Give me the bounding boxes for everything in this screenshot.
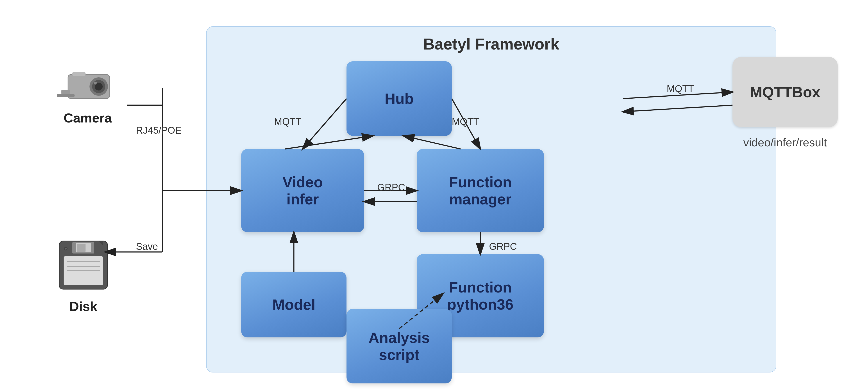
diagram-container: Baetyl Framework Hub Video infer Functio…: [0, 13, 868, 381]
hub-node: Hub: [346, 61, 452, 136]
save-label: Save: [136, 241, 158, 252]
svg-rect-4: [61, 90, 70, 94]
camera-area: Camera: [44, 61, 132, 126]
function-manager-node: Function manager: [417, 149, 544, 232]
rj45-label: RJ45/POE: [136, 125, 182, 136]
mqttbox-subtitle: video/infer/result: [724, 136, 846, 149]
video-infer-node: Video infer: [241, 149, 364, 232]
disk-area: Disk: [39, 237, 127, 314]
svg-rect-6: [72, 72, 86, 76]
video-infer-label: Video infer: [282, 173, 323, 208]
mqttbox-node: MQTTBox: [733, 57, 838, 127]
hub-label: Hub: [385, 90, 413, 107]
disk-label: Disk: [39, 299, 127, 314]
mqttbox-label: MQTTBox: [750, 84, 820, 101]
camera-icon: [55, 61, 121, 105]
mqtt-label-1: MQTT: [274, 116, 302, 127]
analysis-script-label: Analysis script: [368, 329, 430, 363]
svg-rect-5: [57, 94, 74, 97]
function-manager-label: Function manager: [449, 173, 512, 208]
disk-icon: [55, 237, 112, 294]
svg-rect-15: [77, 244, 86, 252]
grpc-label-2: GRPC: [489, 241, 517, 252]
camera-label: Camera: [44, 110, 132, 126]
model-node: Model: [241, 272, 346, 337]
svg-point-18: [65, 248, 67, 250]
analysis-script-node: Analysis script: [346, 309, 452, 383]
mqtt-label-2: MQTT: [452, 116, 479, 127]
function-python-label: Function python36: [447, 279, 514, 313]
grpc-label-1: GRPC: [377, 182, 405, 193]
svg-point-7: [94, 82, 97, 85]
mqtt-label-3: MQTT: [667, 83, 694, 94]
model-label: Model: [272, 296, 315, 313]
framework-title: Baetyl Framework: [206, 26, 776, 53]
